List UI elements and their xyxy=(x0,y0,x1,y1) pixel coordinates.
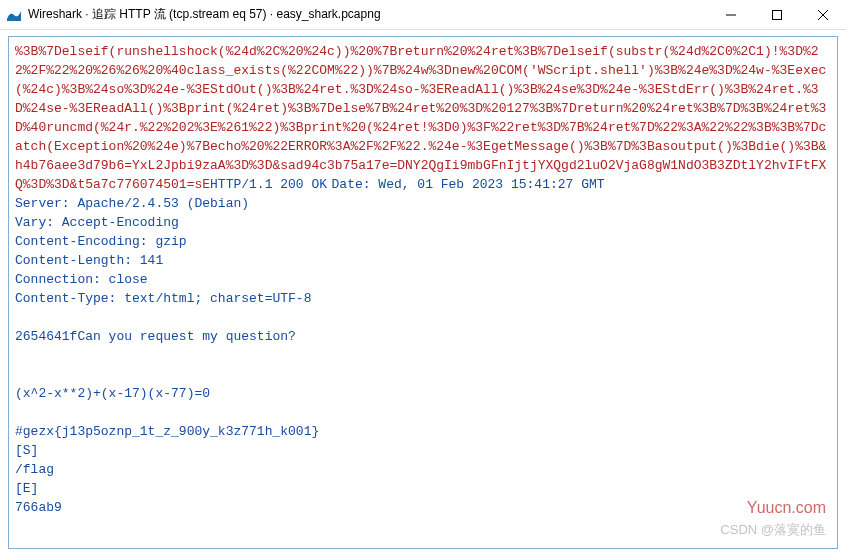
maximize-button[interactable] xyxy=(754,0,800,29)
close-button[interactable] xyxy=(800,0,846,29)
tcp-stream-content[interactable]: %3B%7Delseif(runshellshock(%24d%2C%20%24… xyxy=(8,36,838,549)
svg-rect-1 xyxy=(773,10,782,19)
response-status-line: HTTP/1.1 200 OK xyxy=(210,177,327,192)
response-body: Date: Wed, 01 Feb 2023 15:41:27 GMT Serv… xyxy=(15,177,605,515)
window-title: Wireshark · 追踪 HTTP 流 (tcp.stream eq 57)… xyxy=(28,6,708,23)
request-text: %3B%7Delseif(runshellshock(%24d%2C%20%24… xyxy=(15,44,826,192)
window-controls xyxy=(708,0,846,29)
wireshark-icon xyxy=(6,7,22,23)
titlebar: Wireshark · 追踪 HTTP 流 (tcp.stream eq 57)… xyxy=(0,0,846,30)
minimize-button[interactable] xyxy=(708,0,754,29)
